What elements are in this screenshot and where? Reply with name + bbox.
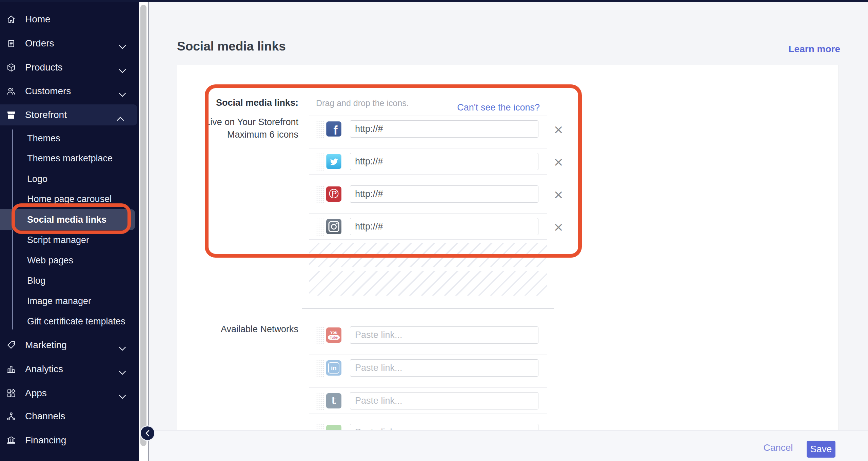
remove-instagram-button[interactable]: × [552, 221, 565, 234]
sidebar-scrollbar-track[interactable] [139, 2, 148, 461]
chevron-down-icon [119, 65, 126, 70]
linkedin-frame: in [328, 362, 339, 374]
submenu-label: Social media links [27, 215, 106, 225]
sidebar-item-financing[interactable]: Financing [0, 430, 139, 450]
sidebar-item-apps[interactable]: Apps [0, 383, 139, 403]
sidebar-scrollbar-thumb[interactable] [140, 5, 146, 446]
sidebar-item-gift-certificate-templates[interactable]: Gift certificate templates [0, 311, 139, 332]
sidebar-item-orders[interactable]: Orders [0, 34, 139, 53]
save-button[interactable]: Save [807, 441, 835, 458]
gear-icon [5, 459, 17, 461]
live-caption-line1: Live on Your Storefront [190, 116, 298, 128]
sidebar-item-home-page-carousel[interactable]: Home page carousel [0, 189, 139, 209]
analytics-bars-icon [5, 363, 17, 375]
social-link-row-pinterest: ℗ [309, 181, 547, 207]
sidebar-item-home[interactable]: Home [0, 9, 139, 29]
drag-handle-icon[interactable] [316, 359, 324, 377]
sidebar-item-analytics[interactable]: Analytics [0, 359, 139, 379]
drag-handle-icon[interactable] [316, 392, 324, 410]
drag-handle-icon[interactable] [316, 326, 324, 344]
social-link-row-facebook: f [309, 116, 547, 142]
drag-handle-icon[interactable] [316, 153, 324, 171]
sidebar-item-marketing[interactable]: Marketing [0, 335, 139, 355]
learn-more-link[interactable]: Learn more [780, 44, 840, 55]
sidebar-item-label: Orders [25, 38, 54, 49]
available-networks-caption: Available Networks [190, 324, 298, 335]
youtube-icon: You Tube [326, 327, 341, 343]
sidebar-item-storefront[interactable]: Storefront [0, 104, 137, 125]
remove-pinterest-button[interactable]: × [552, 188, 565, 201]
sidebar-item-label: Home [25, 14, 51, 25]
sidebar-item-channels[interactable]: Channels [0, 406, 139, 426]
drop-placeholder[interactable] [309, 271, 547, 296]
drag-handle-icon[interactable] [316, 218, 324, 236]
social-link-row-twitter [309, 148, 547, 175]
sidebar-item-label: Storefront [25, 109, 67, 120]
tumblr-url-input[interactable] [350, 392, 538, 409]
sidebar-item-label: Customers [25, 86, 71, 97]
instagram-icon [326, 219, 341, 234]
instagram-url-input[interactable] [350, 218, 538, 235]
sidebar-item-themes[interactable]: Themes [0, 128, 139, 148]
submenu-label: Blog [27, 276, 45, 286]
field-label: Social media links: [190, 98, 298, 108]
tumblr-glyph: t [332, 395, 336, 406]
available-row-youtube: You Tube [309, 322, 547, 348]
sidebar-item-blog[interactable]: Blog [0, 270, 139, 291]
page-title: Social media links [177, 39, 286, 54]
chevron-down-icon [119, 367, 126, 372]
sidebar-item-image-manager[interactable]: Image manager [0, 291, 139, 311]
pinterest-url-input[interactable] [350, 185, 538, 203]
available-row-tumblr: t [309, 387, 547, 414]
section-divider [302, 308, 554, 309]
window-top-edge [0, 0, 868, 2]
chevron-left-icon [145, 430, 150, 437]
sidebar-item-label: Products [25, 62, 63, 73]
submenu-label: Script manager [27, 235, 89, 245]
sidebar-item-products[interactable]: Products [0, 58, 139, 77]
drag-handle-icon[interactable] [316, 120, 324, 138]
pinterest-glyph: ℗ [328, 186, 340, 201]
financing-bank-icon [5, 435, 17, 446]
sidebar: Home Orders Products Customers Storefron… [0, 0, 139, 461]
remove-twitter-button[interactable]: × [552, 156, 565, 168]
sidebar-item-logo[interactable]: Logo [0, 169, 139, 189]
orders-icon [5, 38, 17, 49]
chevron-down-icon [119, 41, 126, 46]
submenu-label: Logo [27, 174, 47, 184]
sidebar-collapse-button[interactable] [141, 426, 154, 440]
content-left-border [148, 2, 149, 461]
sidebar-item-web-pages[interactable]: Web pages [0, 250, 139, 270]
youtube-url-input[interactable] [350, 326, 538, 344]
sidebar-item-customers[interactable]: Customers [0, 81, 139, 101]
facebook-url-input[interactable] [350, 120, 538, 138]
linkedin-url-input[interactable] [350, 359, 538, 377]
apps-grid-icon [5, 387, 17, 399]
sidebar-item-label: Apps [25, 388, 47, 399]
submenu-label: Web pages [27, 255, 73, 266]
linkedin-glyph: in [331, 364, 337, 372]
available-row-linkedin: in [309, 355, 547, 381]
channels-network-icon [5, 410, 17, 422]
twitter-icon [326, 154, 341, 169]
twitter-url-input[interactable] [350, 153, 538, 170]
remove-facebook-button[interactable]: × [552, 123, 565, 136]
drag-handle-icon[interactable] [316, 185, 324, 203]
tumblr-icon: t [326, 393, 341, 408]
facebook-glyph: f [334, 123, 338, 137]
sidebar-item-settings-partial[interactable] [0, 455, 139, 461]
marketing-tag-icon [5, 339, 17, 351]
sidebar-item-script-manager[interactable]: Script manager [0, 230, 139, 250]
youtube-glyph-top: You [330, 330, 338, 335]
chevron-down-icon [119, 89, 126, 94]
drop-placeholder[interactable] [309, 243, 547, 267]
cancel-button[interactable]: Cancel [760, 442, 797, 453]
sidebar-item-themes-marketplace[interactable]: Themes marketplace [0, 148, 139, 168]
chevron-down-icon [119, 391, 126, 396]
cant-see-icons-link[interactable]: Can't see the icons? [434, 102, 540, 113]
products-cube-icon [5, 62, 17, 73]
storefront-icon [5, 109, 17, 121]
sidebar-item-label: Channels [25, 411, 65, 422]
sidebar-item-social-media-links[interactable]: Social media links [0, 209, 135, 230]
customers-icon [5, 85, 17, 97]
